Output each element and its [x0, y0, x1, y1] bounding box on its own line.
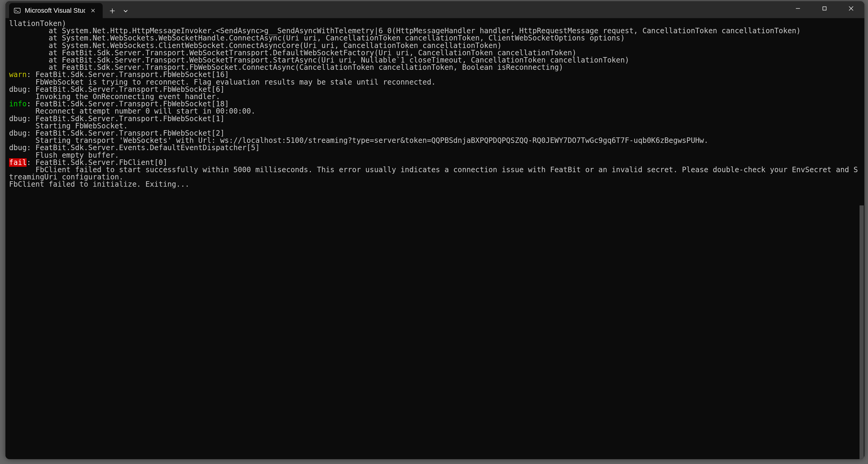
tab-close-button[interactable]	[89, 6, 97, 15]
terminal-output[interactable]: llationToken) at System.Net.Http.HttpMes…	[9, 20, 861, 188]
terminal-window: Microsoft Visual Studio Debug	[5, 1, 864, 459]
scrollbar[interactable]	[860, 18, 864, 459]
close-window-button[interactable]	[838, 1, 864, 16]
terminal-icon	[13, 7, 21, 14]
window-controls	[785, 1, 864, 16]
titlebar[interactable]: Microsoft Visual Studio Debug	[5, 1, 864, 18]
maximize-button[interactable]	[811, 1, 838, 16]
tab-dropdown-button[interactable]	[120, 4, 132, 18]
tab-title: Microsoft Visual Studio Debug	[25, 7, 85, 14]
minimize-button[interactable]	[785, 1, 811, 16]
svg-rect-3	[823, 7, 826, 10]
tab-strip: Microsoft Visual Studio Debug	[5, 1, 132, 18]
new-tab-button[interactable]	[105, 4, 120, 18]
terminal-body[interactable]: llationToken) at System.Net.Http.HttpMes…	[5, 18, 864, 459]
svg-rect-0	[14, 8, 20, 13]
tab-active[interactable]: Microsoft Visual Studio Debug	[9, 3, 103, 18]
scrollbar-thumb[interactable]	[860, 206, 864, 459]
